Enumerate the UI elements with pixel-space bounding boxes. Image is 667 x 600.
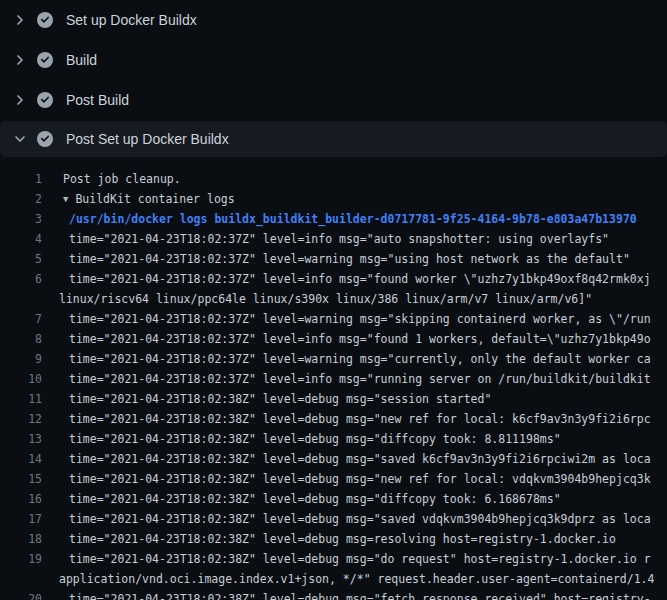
log-line-number[interactable]: 15 xyxy=(0,469,42,489)
log-line-number[interactable]: 2 xyxy=(0,189,42,209)
step-header-post-set-up-docker-buildx[interactable]: Post Set up Docker Buildx xyxy=(0,121,667,157)
log-line: application/vnd.oci.image.index.v1+json,… xyxy=(0,569,667,589)
log-line: 15time="2021-04-23T18:02:38Z" level=debu… xyxy=(0,469,667,489)
log-line-number[interactable]: 17 xyxy=(0,509,42,529)
log-line: 17time="2021-04-23T18:02:38Z" level=debu… xyxy=(0,509,667,529)
step-header-post-build[interactable]: Post Build xyxy=(0,80,667,120)
chevron-down-icon xyxy=(12,131,28,147)
chevron-right-icon xyxy=(12,12,28,28)
log-line-number xyxy=(0,289,42,309)
log-line-number[interactable]: 1 xyxy=(0,169,42,189)
log-line-number[interactable]: 14 xyxy=(0,449,42,469)
log-line-text: ▼BuildKit container logs xyxy=(42,189,235,209)
log-line-number[interactable]: 5 xyxy=(0,249,42,269)
log-line: 16time="2021-04-23T18:02:38Z" level=debu… xyxy=(0,489,667,509)
log-line-number[interactable]: 10 xyxy=(0,369,42,389)
log-line-text: time="2021-04-23T18:02:37Z" level=info m… xyxy=(42,229,609,249)
log-line-number xyxy=(0,569,42,589)
log-line-text: time="2021-04-23T18:02:38Z" level=debug … xyxy=(42,489,561,509)
log-line-text: Post job cleanup. xyxy=(42,169,181,189)
chevron-right-icon xyxy=(12,92,28,108)
step-title: Set up Docker Buildx xyxy=(66,12,197,28)
log-line-number[interactable]: 6 xyxy=(0,269,42,289)
log-line-text: time="2021-04-23T18:02:38Z" level=debug … xyxy=(42,469,651,489)
group-label: BuildKit container logs xyxy=(75,192,234,206)
log-line-number[interactable]: 3 xyxy=(0,209,42,229)
log-command-text: /usr/bin/docker logs buildx_buildkit_bui… xyxy=(42,209,637,229)
log-line-number[interactable]: 19 xyxy=(0,549,42,569)
log-line: 18time="2021-04-23T18:02:38Z" level=debu… xyxy=(0,529,667,549)
log-line: 4time="2021-04-23T18:02:37Z" level=info … xyxy=(0,229,667,249)
log-line: 2▼BuildKit container logs xyxy=(0,189,667,209)
log-line: 11time="2021-04-23T18:02:38Z" level=debu… xyxy=(0,389,667,409)
check-circle-icon xyxy=(37,131,53,147)
check-circle-icon xyxy=(37,12,53,28)
log-line: 7time="2021-04-23T18:02:37Z" level=warni… xyxy=(0,309,667,329)
log-line: linux/riscv64 linux/ppc64le linux/s390x … xyxy=(0,289,667,309)
log-line-text: time="2021-04-23T18:02:37Z" level=warnin… xyxy=(42,309,651,329)
log-line-text: application/vnd.oci.image.index.v1+json,… xyxy=(42,569,654,589)
log-line: 3/usr/bin/docker logs buildx_buildkit_bu… xyxy=(0,209,667,229)
log-line: 20time="2021-04-23T18:02:38Z" level=debu… xyxy=(0,589,667,600)
log-line-text: time="2021-04-23T18:02:37Z" level=info m… xyxy=(42,269,651,289)
log-line-number[interactable]: 7 xyxy=(0,309,42,329)
actions-log-viewer: { "colors": { "page_background": "#0a0d1… xyxy=(0,0,667,600)
log-line-number[interactable]: 12 xyxy=(0,409,42,429)
group-collapse-caret-icon[interactable]: ▼ xyxy=(63,189,68,209)
log-line-text: time="2021-04-23T18:02:37Z" level=info m… xyxy=(42,369,651,389)
log-line-number[interactable]: 16 xyxy=(0,489,42,509)
log-line-text: time="2021-04-23T18:02:37Z" level=info m… xyxy=(42,329,651,349)
log-line-number[interactable]: 11 xyxy=(0,389,42,409)
log-line-text: time="2021-04-23T18:02:38Z" level=debug … xyxy=(42,529,616,549)
log-line: 13time="2021-04-23T18:02:38Z" level=debu… xyxy=(0,429,667,449)
log-line: 9time="2021-04-23T18:02:37Z" level=warni… xyxy=(0,349,667,369)
log-line: 12time="2021-04-23T18:02:38Z" level=debu… xyxy=(0,409,667,429)
log-line: 6time="2021-04-23T18:02:37Z" level=info … xyxy=(0,269,667,289)
log-line-text: time="2021-04-23T18:02:38Z" level=debug … xyxy=(42,429,561,449)
step-title: Post Set up Docker Buildx xyxy=(66,131,229,147)
step-title: Post Build xyxy=(66,92,129,108)
step-title: Build xyxy=(66,52,97,68)
log-line-text: time="2021-04-23T18:02:38Z" level=debug … xyxy=(42,389,491,409)
step-header-set-up-docker-buildx[interactable]: Set up Docker Buildx xyxy=(0,0,667,40)
check-circle-icon xyxy=(37,92,53,108)
chevron-right-icon xyxy=(12,52,28,68)
log-line-number[interactable]: 13 xyxy=(0,429,42,449)
log-line-number[interactable]: 18 xyxy=(0,529,42,549)
log-line: 8time="2021-04-23T18:02:37Z" level=info … xyxy=(0,329,667,349)
log-line: 14time="2021-04-23T18:02:38Z" level=debu… xyxy=(0,449,667,469)
log-line: 19time="2021-04-23T18:02:38Z" level=debu… xyxy=(0,549,667,569)
log-line: 5time="2021-04-23T18:02:37Z" level=warni… xyxy=(0,249,667,269)
log-line-number[interactable]: 20 xyxy=(0,589,42,600)
steps-list: Set up Docker Buildx Build xyxy=(0,0,667,157)
log-line-text: time="2021-04-23T18:02:37Z" level=warnin… xyxy=(42,249,630,269)
log-line-text: linux/riscv64 linux/ppc64le linux/s390x … xyxy=(42,289,592,309)
step-header-build[interactable]: Build xyxy=(0,40,667,80)
check-circle-icon xyxy=(37,52,53,68)
log-line-text: time="2021-04-23T18:02:38Z" level=debug … xyxy=(42,449,651,469)
log-area: 1Post job cleanup.2▼BuildKit container l… xyxy=(0,157,667,600)
log-line-text: time="2021-04-23T18:02:38Z" level=debug … xyxy=(42,409,651,429)
log-line: 1Post job cleanup. xyxy=(0,169,667,189)
log-line: 10time="2021-04-23T18:02:37Z" level=info… xyxy=(0,369,667,389)
log-line-number[interactable]: 9 xyxy=(0,349,42,369)
log-line-text: time="2021-04-23T18:02:38Z" level=debug … xyxy=(42,509,651,529)
log-line-text: time="2021-04-23T18:02:37Z" level=warnin… xyxy=(42,349,651,369)
log-line-text: time="2021-04-23T18:02:38Z" level=debug … xyxy=(42,589,651,600)
log-line-text: time="2021-04-23T18:02:38Z" level=debug … xyxy=(42,549,651,569)
log-line-number[interactable]: 4 xyxy=(0,229,42,249)
log-line-number[interactable]: 8 xyxy=(0,329,42,349)
